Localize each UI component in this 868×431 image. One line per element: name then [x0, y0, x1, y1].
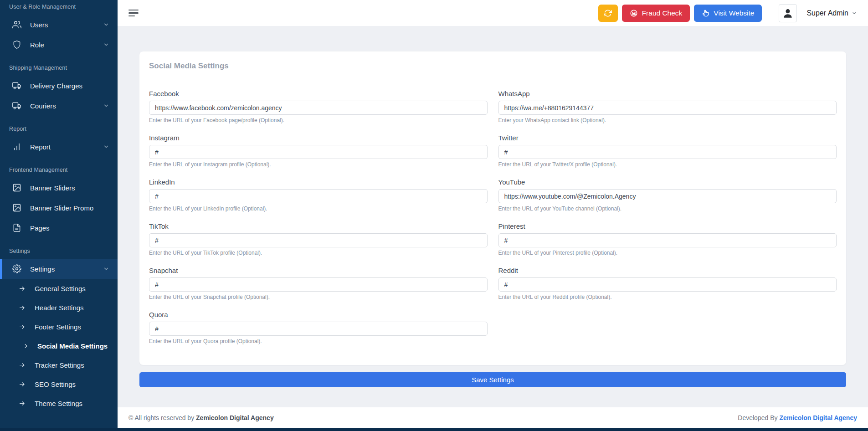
sidebar-subitem-label: Theme Settings — [35, 400, 82, 407]
chevron-down-icon — [103, 41, 109, 48]
sidebar-subitem-general-settings[interactable]: General Settings — [0, 279, 118, 298]
shield-icon — [12, 40, 21, 49]
user-avatar-icon — [782, 7, 794, 19]
field-snapchat: SnapchatEnter the URL of your Snapchat p… — [149, 267, 488, 300]
reddit-input[interactable] — [498, 277, 837, 292]
bar-chart-icon — [12, 142, 21, 151]
topbar-actions: Fraud Check Visit Website Super Admin — [598, 4, 857, 22]
topbar: Fraud Check Visit Website Super Admin — [118, 0, 868, 26]
field-youtube: YouTubeEnter the URL of your YouTube cha… — [498, 178, 837, 212]
sidebar-item-label: Couriers — [30, 102, 56, 110]
whatsapp-hint: Enter your WhatsApp contact link (Option… — [498, 117, 837, 123]
save-settings-button[interactable]: Save Settings — [139, 372, 846, 387]
sidebar-item-label: Role — [30, 41, 44, 49]
truck-icon — [12, 101, 21, 110]
refresh-button[interactable] — [598, 5, 618, 22]
nav-section-user-role-management: User & Role Management — [0, 4, 118, 10]
chevron-down-icon — [103, 266, 109, 272]
visit-website-button[interactable]: Visit Website — [694, 5, 762, 22]
arrow-right-icon — [19, 400, 26, 407]
sidebar-item-banner-slider-promo[interactable]: Banner Slider Promo — [0, 198, 118, 218]
pinterest-input[interactable] — [498, 233, 837, 247]
image-icon — [12, 203, 21, 212]
sidebar-subitem-label: Footer Settings — [35, 323, 81, 331]
snapchat-input[interactable] — [149, 277, 488, 292]
linkedin-hint: Enter the URL of your LinkedIn profile (… — [149, 205, 488, 212]
sidebar-item-users[interactable]: Users — [0, 15, 118, 35]
sidebar-item-label: Banner Slider Promo — [30, 204, 93, 212]
user-menu[interactable]: Super Admin — [806, 9, 857, 17]
sidebar-subitem-label: SEO Settings — [35, 380, 76, 388]
twitter-input[interactable] — [498, 145, 837, 159]
nav-section-shipping-management: Shipping Management — [0, 65, 118, 71]
sidebar-item-label: Delivery Charges — [30, 82, 82, 90]
footer: © All rights reserved by Zemicolon Digit… — [118, 407, 868, 428]
menu-toggle-icon[interactable] — [128, 8, 139, 19]
fraud-check-button[interactable]: Fraud Check — [622, 5, 690, 22]
sidebar-item-role[interactable]: Role — [0, 35, 118, 55]
copyright-text: © All rights reserved by Zemicolon Digit… — [128, 414, 274, 421]
snapchat-label: Snapchat — [149, 267, 488, 274]
arrow-right-icon — [19, 381, 26, 388]
developer-link[interactable]: Zemicolon Digital Agency — [779, 414, 857, 421]
quora-input[interactable] — [149, 322, 488, 336]
image-icon — [12, 183, 21, 192]
sidebar-item-delivery-charges[interactable]: Delivery Charges — [0, 76, 118, 96]
nav-section-frontend-management: Frontend Management — [0, 167, 118, 173]
tiktok-input[interactable] — [149, 233, 488, 247]
sidebar-subitem-tracker-settings[interactable]: Tracker Settings — [0, 355, 118, 375]
field-pinterest: PinterestEnter the URL of your Pinterest… — [498, 222, 837, 256]
sidebar-item-label: Settings — [30, 265, 55, 273]
quora-label: Quora — [149, 311, 488, 318]
sidebar-subitem-footer-settings[interactable]: Footer Settings — [0, 317, 118, 336]
sidebar-subitem-social-media-settings[interactable]: Social Media Settings — [0, 336, 118, 355]
sidebar-item-couriers[interactable]: Couriers — [0, 96, 118, 116]
youtube-input[interactable] — [498, 189, 837, 203]
sidebar-item-label: Pages — [30, 224, 50, 232]
user-name-label: Super Admin — [806, 9, 848, 17]
tiktok-label: TikTok — [149, 222, 488, 230]
nav-section-settings: Settings — [0, 248, 118, 254]
sidebar-item-settings[interactable]: Settings — [0, 259, 118, 279]
linkedin-label: LinkedIn — [149, 178, 488, 186]
arrow-right-icon — [19, 323, 26, 330]
pinterest-label: Pinterest — [498, 222, 837, 230]
fraud-check-label: Fraud Check — [642, 9, 683, 17]
linkedin-input[interactable] — [149, 189, 488, 203]
pointer-hand-icon — [702, 9, 709, 17]
sidebar-item-banner-sliders[interactable]: Banner Sliders — [0, 178, 118, 198]
chevron-down-icon — [103, 21, 109, 28]
facebook-hint: Enter the URL of your Facebook page/prof… — [149, 117, 488, 123]
pinterest-hint: Enter the URL of your Pinterest profile … — [498, 250, 837, 256]
facebook-input[interactable] — [149, 101, 488, 115]
sidebar-subitem-theme-settings[interactable]: Theme Settings — [0, 394, 118, 413]
avatar[interactable] — [779, 4, 797, 22]
whatsapp-input[interactable] — [498, 101, 837, 115]
nav-section-report: Report — [0, 126, 118, 132]
file-icon — [12, 223, 21, 232]
sidebar-subitem-label: Social Media Settings — [37, 342, 108, 350]
chevron-down-icon — [103, 144, 109, 150]
arrow-right-icon — [19, 304, 26, 311]
sidebar-item-pages[interactable]: Pages — [0, 218, 118, 238]
field-reddit: RedditEnter the URL of your Reddit profi… — [498, 267, 837, 300]
sidebar-subitem-label: Tracker Settings — [35, 361, 84, 369]
field-linkedin: LinkedInEnter the URL of your LinkedIn p… — [149, 178, 488, 212]
truck-icon — [12, 81, 21, 90]
field-facebook: FacebookEnter the URL of your Facebook p… — [149, 90, 488, 123]
reddit-label: Reddit — [498, 267, 837, 274]
sidebar-item-report[interactable]: Report — [0, 137, 118, 157]
arrow-right-icon — [19, 362, 26, 369]
tiktok-hint: Enter the URL of your TikTok profile (Op… — [149, 250, 488, 256]
twitter-label: Twitter — [498, 134, 837, 142]
gear-icon — [12, 264, 21, 273]
field-quora: QuoraEnter the URL of your Quora profile… — [149, 311, 488, 344]
visit-website-label: Visit Website — [714, 9, 754, 17]
field-whatsapp: WhatsAppEnter your WhatsApp contact link… — [498, 90, 837, 123]
facebook-label: Facebook — [149, 90, 488, 97]
instagram-input[interactable] — [149, 145, 488, 159]
sidebar-subitem-seo-settings[interactable]: SEO Settings — [0, 375, 118, 394]
field-tiktok: TikTokEnter the URL of your TikTok profi… — [149, 222, 488, 256]
fraud-face-icon — [630, 9, 638, 17]
sidebar-subitem-header-settings[interactable]: Header Settings — [0, 298, 118, 317]
